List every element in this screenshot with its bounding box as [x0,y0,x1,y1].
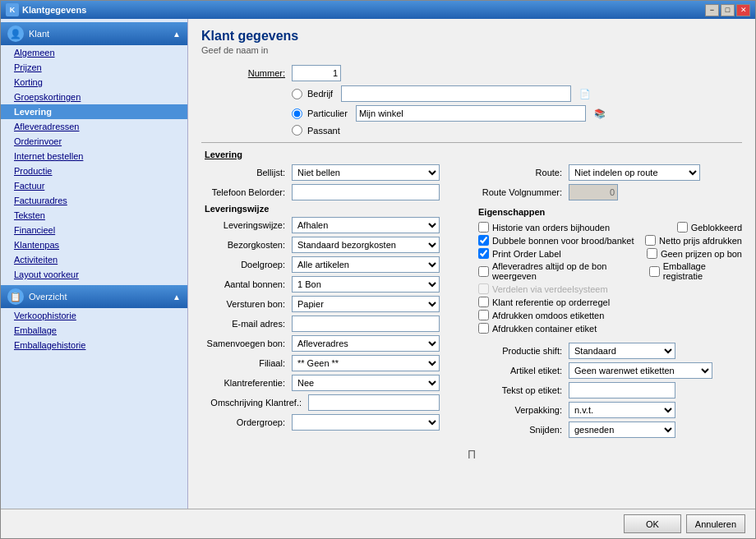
checkbox-afdrukken-container: Afdrukken container etiket [478,323,742,334]
sidebar-item-levering[interactable]: Levering [1,104,187,119]
page-subtitle: Geef de naam in [201,45,742,55]
productie-shift-select[interactable]: Standaard [569,343,675,359]
levering-two-col: Bellijst: Niet bellen Telefoon Belorder:… [201,164,742,441]
geblokkeerd-checkbox[interactable] [677,222,688,233]
omschrijving-label: Omschrijving Klantref.: [201,398,308,408]
productie-shift-row: Productie shift: Standaard [478,343,742,359]
bedrijf-row: Bedrijf 📄 [292,85,742,102]
restore-button[interactable]: □ [721,4,735,16]
sidebar-item-teksten[interactable]: Teksten [1,208,187,223]
particulier-row: Particulier 📚 [292,105,742,122]
window-title: Klantgegevens [22,5,86,15]
bezorgkosten-select[interactable]: Standaard bezorgkosten [292,237,440,253]
bellijst-select[interactable]: Niet bellen [292,164,440,181]
title-bar-left: K Klantgegevens [6,3,86,16]
telefoon-input[interactable] [292,184,440,200]
versturen-bon-row: Versturen bon: Papier [201,296,465,312]
sidebar-item-groepskortingen[interactable]: Groepskortingen [1,90,187,104]
particulier-input[interactable] [356,105,586,122]
passant-radio[interactable] [292,125,302,136]
sidebar-item-verkoophistorie[interactable]: Verkoophistorie [1,308,187,323]
doelgroep-row: Doelgroep: Alle artikelen [201,256,465,273]
sidebar-section1-title: Klant [29,29,49,39]
sidebar-item-activiteiten[interactable]: Activiteiten [1,252,187,267]
afdrukken-container-checkbox[interactable] [478,323,489,334]
checkbox-klant-ref: Klant referentie op orderregel [478,297,742,307]
page-indicator: Π [201,448,742,461]
aantal-bonnen-row: Aantal bonnen: 1 Bon [201,276,465,293]
historie-checkbox[interactable] [478,222,489,233]
historie-label: Historie van orders bijhouden [492,223,610,233]
sidebar-item-internet-bestellen[interactable]: Internet bestellen [1,149,187,164]
filiaal-select[interactable]: ** Geen ** [292,355,440,371]
snijden-select[interactable]: gesneden [569,422,675,438]
checkbox-verdelen: Verdelen via verdeelsysteem [478,283,742,294]
geen-prijzen-checkbox[interactable] [647,248,657,259]
sidebar-item-korting[interactable]: Korting [1,75,187,90]
sidebar-item-afleveradressen[interactable]: Afleveradressen [1,119,187,134]
print-order-checkbox[interactable] [478,248,489,259]
verpakking-row: Verpakking: n.v.t. [478,402,742,418]
chevron-up-icon2: ▲ [173,293,181,302]
email-input[interactable] [292,316,440,332]
sidebar-header-left: 👤 Klant [7,25,49,42]
sidebar-item-klantenpas[interactable]: Klantenpas [1,237,187,252]
sidebar-item-orderinvoer[interactable]: Orderinvoer [1,134,187,149]
bedrijf-input[interactable] [341,85,571,102]
bedrijf-lookup-icon[interactable]: 📄 [579,89,591,99]
sidebar-header-overzicht[interactable]: 📋 Overzicht ▲ [1,285,187,308]
dubbele-label: Dubbele bonnen voor brood/banket [492,236,634,246]
route-volgnummer-input[interactable] [569,184,618,200]
sidebar-item-algemeen[interactable]: Algemeen [1,45,187,60]
sidebar-header-klant[interactable]: 👤 Klant ▲ [1,22,187,45]
close-button[interactable]: ✕ [736,4,750,16]
emballage-checkbox[interactable] [649,266,660,277]
sidebar-item-factuuradres[interactable]: Factuuradres [1,193,187,208]
main-window: K Klantgegevens − □ ✕ 👤 Klant ▲ Algemeen [0,0,756,539]
sidebar-section-overzicht: 📋 Overzicht ▲ Verkoophistorie Emballage … [1,285,187,352]
bezorgkosten-row: Bezorgkosten: Standaard bezorgkosten [201,237,465,253]
telefoon-row: Telefoon Belorder: [201,184,465,200]
tekst-op-etiket-input[interactable] [569,382,675,398]
tekst-op-etiket-label: Tekst op etiket: [478,385,569,395]
route-select[interactable]: Niet indelen op route [569,164,700,181]
sidebar-item-productie[interactable]: Productie [1,164,187,178]
sidebar-item-emballage[interactable]: Emballage [1,323,187,338]
samenvoegen-select[interactable]: Afleveradres [292,335,440,352]
particulier-radio[interactable] [292,108,302,119]
versturen-bon-label: Versturen bon: [201,299,292,309]
sidebar-item-prijzen[interactable]: Prijzen [1,60,187,75]
dubbele-checkbox[interactable] [478,235,489,246]
leveringswijze-select[interactable]: Afhalen [292,217,440,233]
sidebar-item-layout-voorkeur[interactable]: Layout voorkeur [1,267,187,282]
nummer-input[interactable] [292,65,341,81]
snijden-row: Snijden: gesneden [478,422,742,438]
artikel-etiket-select[interactable]: Geen warenwet etiketten [569,362,712,379]
netto-prijs-checkbox[interactable] [645,235,656,246]
sidebar-item-factuur[interactable]: Factuur [1,178,187,193]
sidebar-item-emballagehistorie[interactable]: Emballagehistorie [1,338,187,352]
afleveradres-checkbox[interactable] [478,266,489,277]
afdrukken-omdoos-checkbox[interactable] [478,310,489,320]
omschrijving-input[interactable] [308,394,440,411]
minimize-button[interactable]: − [705,4,719,16]
bedrijf-radio[interactable] [292,89,302,99]
sidebar-item-financieel[interactable]: Financieel [1,223,187,237]
versturen-bon-select[interactable]: Papier [292,296,440,312]
particulier-icon[interactable]: 📚 [594,108,606,119]
klantreferentie-select[interactable]: Nee [292,375,440,391]
divider1 [201,142,742,143]
checkbox-dubbele: Dubbele bonnen voor brood/banket Netto p… [478,235,742,246]
doelgroep-select[interactable]: Alle artikelen [292,256,440,273]
aantal-bonnen-select[interactable]: 1 Bon [292,276,440,293]
klant-ref-checkbox[interactable] [478,297,489,307]
ordergroep-select[interactable] [292,414,440,431]
verpakking-select[interactable]: n.v.t. [569,402,675,418]
verdelen-checkbox[interactable] [478,283,489,294]
annuleren-button[interactable]: Annuleren [686,514,745,533]
sidebar: 👤 Klant ▲ Algemeen Prijzen Korting Groep… [1,19,188,509]
netto-prijs-label: Netto prijs afdrukken [659,236,742,246]
nummer-row: Nummer: [201,65,742,81]
ok-button[interactable]: OK [624,514,681,533]
emballage-label: Emballage registratie [663,261,742,281]
